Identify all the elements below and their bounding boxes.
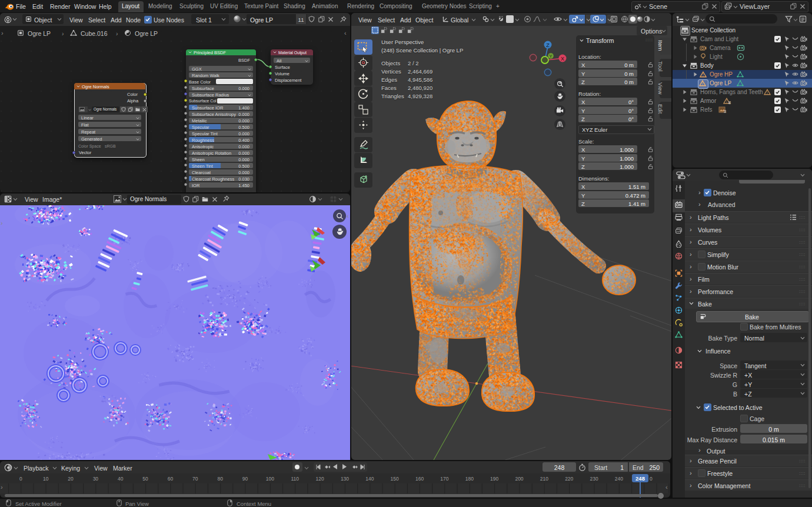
svg-text:X: X [561, 56, 564, 62]
svg-text:Y: Y [549, 54, 553, 59]
svg-text:Z: Z [546, 42, 550, 48]
